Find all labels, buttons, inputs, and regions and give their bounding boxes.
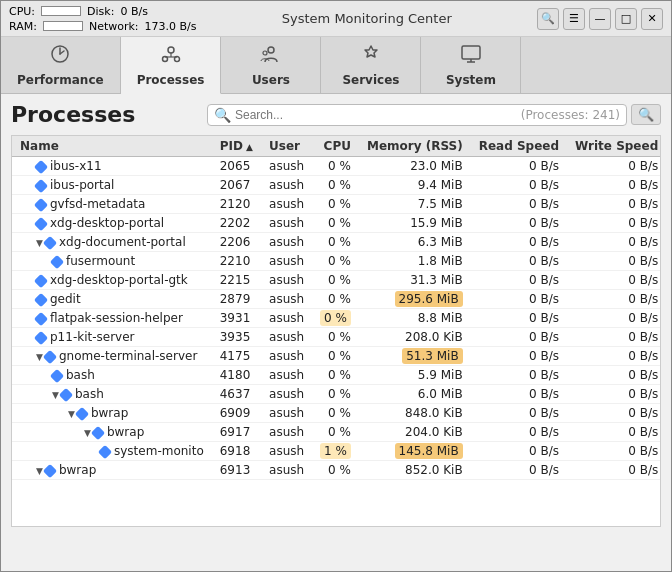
- cell-write-speed: 0 B/s: [567, 271, 661, 290]
- processes-icon: [160, 43, 182, 70]
- cell-user: asush: [261, 233, 312, 252]
- cell-read-speed: 0 B/s: [471, 404, 567, 423]
- cell-user: asush: [261, 347, 312, 366]
- table-row[interactable]: flatpak-session-helper3931asush0 %8.8 Mi…: [12, 309, 661, 328]
- table-row[interactable]: ▼bwrap6913asush0 %852.0 KiB0 B/s0 B/s: [12, 461, 661, 480]
- cell-cpu: 0 %: [312, 423, 359, 442]
- disk-label: Disk:: [87, 5, 114, 18]
- cell-cpu: 0 %: [312, 328, 359, 347]
- search-button[interactable]: 🔍: [631, 104, 661, 125]
- process-table-container[interactable]: Name PID User CPU Memory (RSS) Read Spee…: [11, 135, 661, 527]
- cell-pid: 2879: [212, 290, 261, 309]
- table-row[interactable]: ▼bash4637asush0 %6.0 MiB0 B/s0 B/s: [12, 385, 661, 404]
- maximize-button[interactable]: □: [615, 8, 637, 30]
- col-user[interactable]: User: [261, 136, 312, 157]
- table-row[interactable]: ▼bwrap6909asush0 %848.0 KiB0 B/s0 B/s: [12, 404, 661, 423]
- process-table: Name PID User CPU Memory (RSS) Read Spee…: [12, 136, 661, 480]
- cell-memory: 295.6 MiB: [359, 290, 471, 309]
- cell-read-speed: 0 B/s: [471, 157, 567, 176]
- search-box: 🔍 (Processes: 241): [207, 104, 627, 126]
- cell-read-speed: 0 B/s: [471, 252, 567, 271]
- table-row[interactable]: system-monito6918asush1 %145.8 MiB0 B/s0…: [12, 442, 661, 461]
- col-memory[interactable]: Memory (RSS): [359, 136, 471, 157]
- cell-user: asush: [261, 385, 312, 404]
- cell-write-speed: 0 B/s: [567, 252, 661, 271]
- table-row[interactable]: ▼gnome-terminal-server4175asush0 %51.3 M…: [12, 347, 661, 366]
- col-read[interactable]: Read Speed: [471, 136, 567, 157]
- cell-pid: 4180: [212, 366, 261, 385]
- col-cpu[interactable]: CPU: [312, 136, 359, 157]
- table-row[interactable]: ▼bwrap6917asush0 %204.0 KiB0 B/s0 B/s: [12, 423, 661, 442]
- tab-users[interactable]: Users: [221, 37, 321, 93]
- cell-memory: 51.3 MiB: [359, 347, 471, 366]
- table-header-row: Name PID User CPU Memory (RSS) Read Spee…: [12, 136, 661, 157]
- tab-users-label: Users: [252, 73, 290, 87]
- tab-system[interactable]: System: [421, 37, 521, 93]
- cell-write-speed: 0 B/s: [567, 290, 661, 309]
- cell-pid: 3931: [212, 309, 261, 328]
- cell-user: asush: [261, 423, 312, 442]
- col-name[interactable]: Name: [12, 136, 212, 157]
- cell-write-speed: 0 B/s: [567, 366, 661, 385]
- cell-write-speed: 0 B/s: [567, 309, 661, 328]
- search-button[interactable]: 🔍: [537, 8, 559, 30]
- tab-performance[interactable]: Performance: [1, 37, 121, 93]
- menu-button[interactable]: ☰: [563, 8, 585, 30]
- svg-rect-9: [462, 46, 480, 59]
- cell-write-speed: 0 B/s: [567, 404, 661, 423]
- cell-write-speed: 0 B/s: [567, 385, 661, 404]
- table-row[interactable]: gvfsd-metadata2120asush0 %7.5 MiB0 B/s0 …: [12, 195, 661, 214]
- cell-cpu: 0 %: [312, 176, 359, 195]
- cell-cpu: 0 %: [312, 271, 359, 290]
- table-row[interactable]: ibus-portal2067asush0 %9.4 MiB0 B/s0 B/s: [12, 176, 661, 195]
- cell-user: asush: [261, 176, 312, 195]
- cell-read-speed: 0 B/s: [471, 461, 567, 480]
- table-row[interactable]: p11-kit-server3935asush0 %208.0 KiB0 B/s…: [12, 328, 661, 347]
- app-title: System Monitoring Center: [282, 11, 452, 26]
- cell-write-speed: 0 B/s: [567, 423, 661, 442]
- cell-cpu: 0 %: [312, 366, 359, 385]
- cell-memory: 5.9 MiB: [359, 366, 471, 385]
- cell-name: ▼bwrap: [12, 404, 212, 423]
- cell-name: ibus-x11: [12, 157, 212, 176]
- table-row[interactable]: ibus-x112065asush0 %23.0 MiB0 B/s0 B/s: [12, 157, 661, 176]
- minimize-button[interactable]: —: [589, 8, 611, 30]
- cell-write-speed: 0 B/s: [567, 328, 661, 347]
- cell-read-speed: 0 B/s: [471, 309, 567, 328]
- table-row[interactable]: bash4180asush0 %5.9 MiB0 B/s0 B/s: [12, 366, 661, 385]
- search-input[interactable]: [235, 108, 517, 122]
- system-icon: [460, 43, 482, 70]
- cell-name: gedit: [12, 290, 212, 309]
- cell-user: asush: [261, 309, 312, 328]
- table-row[interactable]: gedit2879asush0 %295.6 MiB0 B/s0 B/s: [12, 290, 661, 309]
- tab-services[interactable]: Services: [321, 37, 421, 93]
- disk-value: 0 B/s: [120, 5, 147, 18]
- table-row[interactable]: xdg-desktop-portal-gtk2215asush0 %31.3 M…: [12, 271, 661, 290]
- svg-point-7: [268, 47, 274, 53]
- ram-bar: [43, 21, 83, 31]
- cell-read-speed: 0 B/s: [471, 442, 567, 461]
- cell-name: system-monito: [12, 442, 212, 461]
- col-write[interactable]: Write Speed: [567, 136, 661, 157]
- cell-read-speed: 0 B/s: [471, 423, 567, 442]
- table-row[interactable]: xdg-desktop-portal2202asush0 %15.9 MiB0 …: [12, 214, 661, 233]
- cell-read-speed: 0 B/s: [471, 328, 567, 347]
- cell-user: asush: [261, 290, 312, 309]
- cell-cpu: 0 %: [312, 309, 359, 328]
- cell-user: asush: [261, 366, 312, 385]
- table-row[interactable]: ▼xdg-document-portal2206asush0 %6.3 MiB0…: [12, 233, 661, 252]
- cell-write-speed: 0 B/s: [567, 214, 661, 233]
- cell-memory: 848.0 KiB: [359, 404, 471, 423]
- table-row[interactable]: fusermount2210asush0 %1.8 MiB0 B/s0 B/s: [12, 252, 661, 271]
- cell-name: ▼gnome-terminal-server: [12, 347, 212, 366]
- cell-read-speed: 0 B/s: [471, 385, 567, 404]
- cell-cpu: 0 %: [312, 385, 359, 404]
- cell-cpu: 1 %: [312, 442, 359, 461]
- tab-processes[interactable]: Processes: [121, 37, 222, 94]
- cell-cpu: 0 %: [312, 347, 359, 366]
- close-button[interactable]: ✕: [641, 8, 663, 30]
- cell-pid: 6913: [212, 461, 261, 480]
- window-controls: 🔍 ☰ — □ ✕: [537, 8, 663, 30]
- col-pid[interactable]: PID: [212, 136, 261, 157]
- cell-cpu: 0 %: [312, 195, 359, 214]
